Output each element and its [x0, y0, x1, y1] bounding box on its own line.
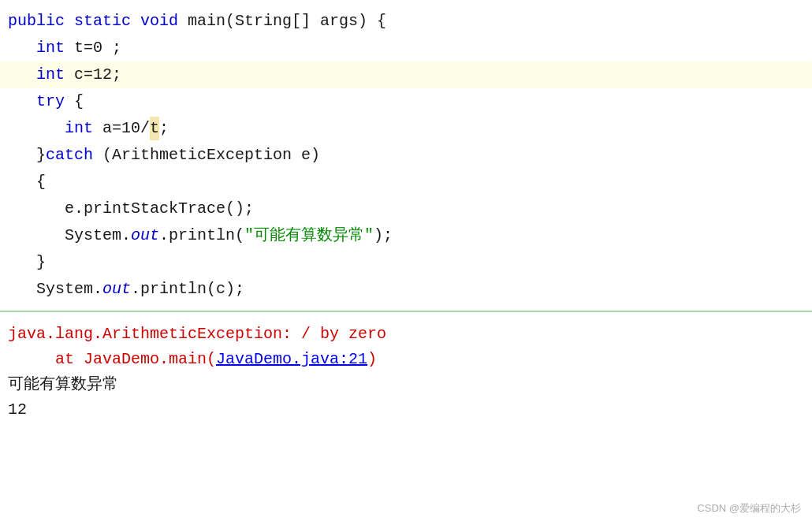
code-line-11: System.out.println(c); — [0, 276, 812, 303]
keyword-int-3: int — [65, 117, 93, 140]
code-line-5: int a=10/t; — [0, 115, 812, 142]
main-container: public static void main(String[] args) {… — [0, 0, 812, 525]
code-line-8: e.printStackTrace(); — [0, 195, 812, 222]
code-line-9: System.out.println("可能有算数异常"); — [0, 222, 812, 249]
var-c: c=12; — [65, 63, 121, 87]
code-section: public static void main(String[] args) {… — [0, 0, 812, 312]
paren-close-1: ); — [374, 224, 393, 248]
keyword-static: static — [74, 9, 131, 33]
output-section: java.lang.ArithmeticException: / by zero… — [0, 312, 812, 525]
brace-close-catch: } — [36, 251, 46, 274]
print-stack-trace: e.printStackTrace(); — [65, 197, 254, 221]
keyword-catch: catch — [46, 143, 93, 167]
brace-close-try: } — [36, 143, 46, 167]
keyword-int-2: int — [36, 63, 65, 87]
output-chinese-text: 可能有算数异常 — [8, 372, 804, 397]
semicolon: ; — [159, 117, 169, 140]
output-number-12: 12 — [8, 397, 804, 423]
code-line-6: }catch (ArithmeticException e) — [0, 142, 812, 169]
watermark: CSDN @爱编程的大杉 — [697, 501, 801, 516]
space — [131, 9, 140, 33]
space — [65, 9, 74, 33]
keyword-try: try — [36, 90, 65, 114]
code-line-3: int c=12; — [0, 61, 812, 88]
catch-param: (ArithmeticException e) — [93, 143, 320, 167]
output-link[interactable]: JavaDemo.java:21 — [216, 350, 367, 368]
brace-open: { — [65, 90, 84, 114]
output-error-line-2: at JavaDemo.main(JavaDemo.java:21) — [8, 347, 804, 372]
keyword-public: public — [8, 9, 65, 33]
output-error-line-1: java.lang.ArithmeticException: / by zero — [8, 322, 804, 347]
var-t: t=0 ; — [65, 36, 121, 60]
var-a-expr: a=10/ — [93, 117, 150, 140]
code-line-2: int t=0 ; — [0, 35, 812, 61]
code-line-4: try { — [0, 88, 812, 115]
out-italic-2: out — [102, 277, 131, 301]
code-line-7: { — [0, 169, 812, 195]
system-out-2: System. — [36, 277, 102, 301]
system-out-1: System. — [65, 224, 131, 248]
output-at-text: at JavaDemo.main( — [8, 350, 216, 368]
output-paren-close: ) — [367, 350, 377, 368]
var-t-highlighted: t — [150, 117, 159, 140]
println-2: .println(c); — [131, 277, 244, 301]
keyword-void: void — [140, 9, 178, 33]
code-line-1: public static void main(String[] args) { — [0, 8, 812, 35]
main-signature: main(String[] args) { — [178, 9, 386, 33]
keyword-int-1: int — [36, 36, 65, 60]
brace-open-catch: { — [36, 170, 46, 194]
out-italic-1: out — [131, 224, 159, 248]
code-line-10: } — [0, 249, 812, 276]
println-1: .println( — [159, 224, 244, 248]
string-literal: "可能有算数异常" — [244, 224, 374, 248]
